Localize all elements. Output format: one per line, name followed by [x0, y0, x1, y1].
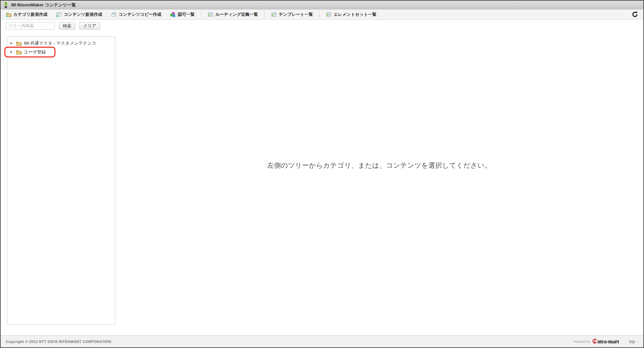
- authz-cubes-icon: [170, 12, 176, 17]
- toolbar-button-create-content[interactable]: コンテンツ新規作成: [52, 9, 106, 19]
- toolbar-button-label: コンテンツ新規作成: [64, 12, 102, 17]
- content-copy-icon: [111, 12, 117, 17]
- toolbar-button-label: テンプレート一覧: [279, 12, 313, 17]
- content-add-icon: [56, 12, 62, 17]
- toolbar-button-label: カテゴリ新規作成: [13, 12, 47, 17]
- empty-state-message: 左側のツリーからカテゴリ、または、コンテンツを選択してください。: [115, 161, 643, 170]
- tree-item-im-common-master[interactable]: IM-共通マスタ - マスタメンテナンス: [7, 39, 115, 48]
- logo-trademark: ’: [619, 341, 620, 344]
- toolbar-button-label: コンテンツコピー作成: [119, 12, 161, 17]
- folder-icon: [16, 50, 22, 55]
- toolbar: カテゴリ新規作成 コンテンツ新規作成 コンテンツコピー作成: [1, 9, 643, 20]
- tree-search-input[interactable]: [6, 22, 55, 30]
- footer-right: Powered by ntra-mart ’ top ↑: [573, 339, 638, 345]
- powered-by-label: Powered by: [573, 340, 590, 343]
- copyright-text: Copyright © 2012 NTT DATA INTRAMART CORP…: [6, 340, 111, 344]
- toolbar-button-label: 認可一覧: [178, 12, 195, 17]
- back-to-top-link[interactable]: top ↑: [629, 339, 638, 344]
- expand-arrow-icon[interactable]: [10, 42, 13, 45]
- tree-item-label: IM-共通マスタ - マスタメンテナンス: [24, 40, 96, 46]
- title-bar: IM-BloomMaker コンテンツ一覧: [1, 1, 643, 9]
- routing-list-icon: [208, 12, 213, 17]
- toolbar-button-elementset-list[interactable]: エレメントセット一覧: [321, 9, 381, 19]
- folder-icon: [16, 41, 22, 46]
- toolbar-button-authz-list[interactable]: 認可一覧: [166, 9, 199, 19]
- toolbar-button-template-list[interactable]: テンプレート一覧: [267, 9, 317, 19]
- tree-search-bar: 検索 クリア: [6, 22, 100, 30]
- intra-mart-logo: ntra-mart ’: [592, 339, 620, 345]
- tree-item-label: ユーザ登録: [24, 49, 46, 55]
- page-title: IM-BloomMaker コンテンツ一覧: [11, 2, 76, 8]
- category-tree-panel: IM-共通マスタ - マスタメンテナンス ユーザ登録: [7, 37, 115, 325]
- folder-add-icon: [6, 12, 11, 17]
- top-link-label: top: [629, 339, 635, 344]
- expand-arrow-icon[interactable]: [10, 51, 13, 53]
- toolbar-button-copy-content[interactable]: コンテンツコピー作成: [106, 9, 166, 19]
- toolbar-separator: [201, 10, 201, 19]
- search-button[interactable]: 検索: [59, 22, 75, 30]
- up-arrow-icon: ↑: [636, 339, 638, 344]
- app-window: IM-BloomMaker コンテンツ一覧 カテゴリ新規作成 コンテンツ新規作成: [0, 0, 644, 348]
- toolbar-button-label: エレメントセット一覧: [334, 12, 376, 17]
- template-list-icon: [271, 12, 277, 17]
- tree-item-user-registration[interactable]: ユーザ登録: [7, 48, 115, 56]
- toolbar-button-routing-list[interactable]: ルーティング定義一覧: [203, 9, 262, 19]
- refresh-icon: [632, 11, 638, 18]
- footer: Copyright © 2012 NTT DATA INTRAMART CORP…: [1, 335, 643, 347]
- intra-mart-swirl-icon: [592, 339, 597, 344]
- toolbar-separator: [264, 10, 265, 19]
- elementset-list-icon: [326, 12, 332, 17]
- refresh-button[interactable]: [632, 11, 638, 18]
- logo-text: ntra-mart: [597, 339, 619, 345]
- toolbar-button-create-category[interactable]: カテゴリ新規作成: [1, 9, 52, 19]
- app-menu-icon: [5, 2, 7, 8]
- toolbar-separator: [319, 10, 319, 19]
- clear-button[interactable]: クリア: [79, 22, 100, 30]
- toolbar-button-label: ルーティング定義一覧: [215, 12, 258, 17]
